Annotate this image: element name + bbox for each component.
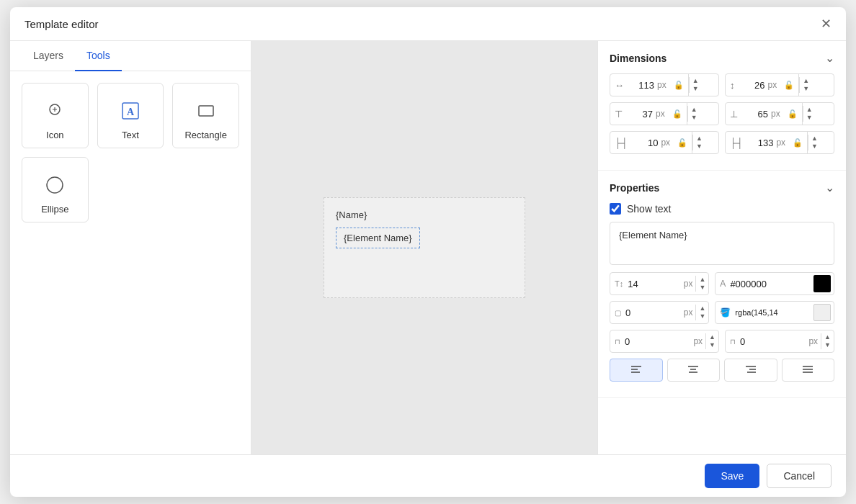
modal-footer: Save Cancel [10, 454, 846, 497]
border-radius-1-input[interactable] [625, 336, 690, 347]
right-lock-icon[interactable]: 🔓 [788, 132, 808, 153]
width-input[interactable] [628, 80, 654, 91]
border-radius-2-unit: px [806, 336, 821, 346]
canvas-area[interactable]: {Name} {Element Name} [251, 41, 597, 454]
rgba-color-swatch[interactable] [813, 304, 831, 321]
height-icon: ↕ [726, 80, 739, 91]
border-radius-2-field: ⊓ px ▲ ▼ [725, 330, 834, 353]
border-radius-2-up-btn[interactable]: ▲ [821, 333, 834, 341]
right-unit: px [773, 138, 788, 148]
save-button[interactable]: Save [705, 464, 759, 488]
height-unit: px [765, 80, 780, 90]
top-icon: ⊤ [610, 109, 627, 120]
border-radius-1-icon: ⊓ [610, 338, 625, 346]
border-radius-1-up-btn[interactable]: ▲ [706, 333, 718, 341]
dim-field-top: ⊤ px 🔓 ▲ ▼ [610, 102, 719, 125]
bg-spinners: ▲ ▼ [695, 305, 708, 320]
align-left-btn[interactable] [610, 359, 663, 382]
height-lock-icon[interactable]: 🔓 [780, 74, 799, 96]
font-size-input[interactable] [628, 279, 681, 289]
text-preview-box[interactable]: {Element Name} [610, 222, 834, 265]
width-up-btn[interactable]: ▲ [690, 77, 702, 85]
tool-ellipse-label: Ellipse [41, 204, 68, 215]
left-up-btn[interactable]: ▲ [693, 135, 705, 143]
width-down-btn[interactable]: ▼ [690, 85, 702, 93]
properties-chevron-icon[interactable]: ⌄ [825, 181, 834, 194]
tab-tools[interactable]: Tools [75, 41, 122, 71]
right-icon: ├┤ [726, 138, 747, 148]
align-center-btn[interactable] [667, 359, 721, 382]
right-panel: Dimensions ⌄ ↔ px 🔓 ▲ ▼ [597, 41, 846, 454]
element-text-box[interactable]: {Element Name} [336, 228, 420, 248]
height-down-btn[interactable]: ▼ [800, 85, 812, 93]
top-up-btn[interactable]: ▲ [688, 106, 700, 114]
border-radius-1-down-btn[interactable]: ▼ [706, 341, 718, 349]
font-color-input[interactable] [730, 279, 811, 289]
dimensions-chevron-icon[interactable]: ⌄ [825, 51, 834, 65]
bottom-input[interactable] [742, 109, 768, 120]
close-button[interactable]: ✕ [821, 17, 832, 30]
border-radius-1-spinners: ▲ ▼ [705, 333, 718, 349]
font-size-up-btn[interactable]: ▲ [696, 276, 708, 284]
tools-grid: Icon A Text [10, 71, 251, 234]
rgba-input[interactable] [735, 308, 811, 317]
font-color-field: A [715, 272, 834, 295]
bg-down-btn[interactable]: ▼ [696, 312, 708, 320]
properties-title: Properties [610, 182, 659, 194]
tool-icon[interactable]: Icon [22, 83, 89, 148]
cancel-button[interactable]: Cancel [767, 464, 832, 488]
bg-up-btn[interactable]: ▲ [696, 305, 708, 312]
tool-text-label: Text [122, 130, 139, 140]
tab-layers[interactable]: Layers [22, 41, 75, 71]
dim-field-height: ↕ px 🔓 ▲ ▼ [725, 73, 834, 96]
svg-rect-3 [199, 106, 213, 116]
width-lock-icon[interactable]: 🔓 [669, 74, 689, 96]
dim-row-3: ├┤ px 🔓 ▲ ▼ ├┤ px 🔓 [610, 131, 834, 154]
width-unit: px [654, 80, 669, 90]
bottom-lock-icon[interactable]: 🔓 [783, 103, 803, 125]
height-spinners: ▲ ▼ [799, 77, 812, 93]
border-radius-2-input[interactable] [740, 336, 806, 347]
left-lock-icon[interactable]: 🔓 [673, 132, 692, 153]
tool-ellipse[interactable]: Ellipse [22, 157, 89, 222]
right-input[interactable] [747, 138, 773, 148]
template-editor-modal: Template editor ✕ Layers Tools Icon [10, 7, 846, 497]
canvas-element[interactable]: {Name} {Element Name} [324, 197, 525, 298]
bottom-up-btn[interactable]: ▲ [803, 106, 816, 114]
tool-icon-label: Icon [46, 130, 64, 140]
right-down-btn[interactable]: ▼ [808, 143, 821, 150]
tool-text[interactable]: A Text [97, 83, 164, 148]
font-color-swatch[interactable] [813, 275, 831, 292]
border-radius-2-down-btn[interactable]: ▼ [821, 341, 834, 349]
font-row: T↕ px ▲ ▼ A [610, 272, 834, 295]
font-size-spinners: ▲ ▼ [695, 276, 708, 292]
bg-unit: px [681, 307, 696, 318]
top-down-btn[interactable]: ▼ [688, 114, 700, 122]
tool-rectangle[interactable]: Rectangle [172, 83, 239, 148]
show-text-label[interactable]: Show text [610, 203, 671, 215]
border-radius-2-spinners: ▲ ▼ [821, 333, 834, 349]
right-up-btn[interactable]: ▲ [808, 135, 821, 143]
height-up-btn[interactable]: ▲ [800, 77, 812, 85]
height-input[interactable] [739, 80, 765, 91]
dimensions-section: Dimensions ⌄ ↔ px 🔓 ▲ ▼ [598, 41, 846, 171]
left-unit: px [658, 138, 673, 148]
align-right-btn[interactable] [724, 359, 777, 382]
font-size-down-btn[interactable]: ▼ [696, 284, 708, 292]
left-panel: Layers Tools Icon [10, 41, 251, 454]
align-justify-btn[interactable] [782, 359, 835, 382]
dimensions-title: Dimensions [610, 53, 666, 64]
modal-header: Template editor ✕ [10, 7, 846, 41]
font-size-field: T↕ px ▲ ▼ [610, 272, 709, 295]
tool-rectangle-label: Rectangle [184, 130, 227, 140]
left-input[interactable] [632, 138, 658, 148]
bg-input[interactable] [625, 307, 681, 318]
bottom-unit: px [768, 109, 783, 119]
dim-row-2: ⊤ px 🔓 ▲ ▼ ⊥ px 🔓 [610, 102, 834, 125]
top-lock-icon[interactable]: 🔓 [668, 103, 687, 125]
bottom-down-btn[interactable]: ▼ [803, 114, 816, 122]
show-text-checkbox[interactable] [610, 203, 621, 215]
top-input[interactable] [627, 109, 653, 120]
border-radius-1-field: ⊓ px ▲ ▼ [610, 330, 719, 353]
left-down-btn[interactable]: ▼ [693, 143, 705, 150]
